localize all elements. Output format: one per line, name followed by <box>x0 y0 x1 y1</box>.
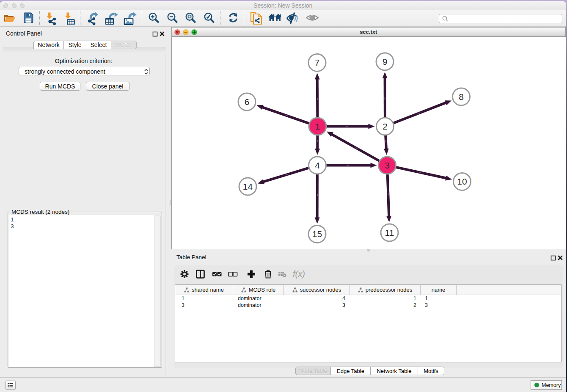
svg-text:6: 6 <box>245 97 250 106</box>
svg-text:8: 8 <box>459 91 464 101</box>
svg-text:7: 7 <box>315 58 320 67</box>
svg-text:4: 4 <box>315 160 320 170</box>
svg-text:10: 10 <box>457 177 467 186</box>
svg-text:14: 14 <box>243 181 253 191</box>
svg-text:3: 3 <box>385 160 390 170</box>
svg-text:11: 11 <box>385 227 394 237</box>
svg-text:1: 1 <box>315 121 320 131</box>
svg-text:9: 9 <box>383 56 388 66</box>
svg-text:15: 15 <box>312 229 322 239</box>
svg-text:f(x): f(x) <box>293 269 305 279</box>
svg-text:2: 2 <box>383 121 388 131</box>
